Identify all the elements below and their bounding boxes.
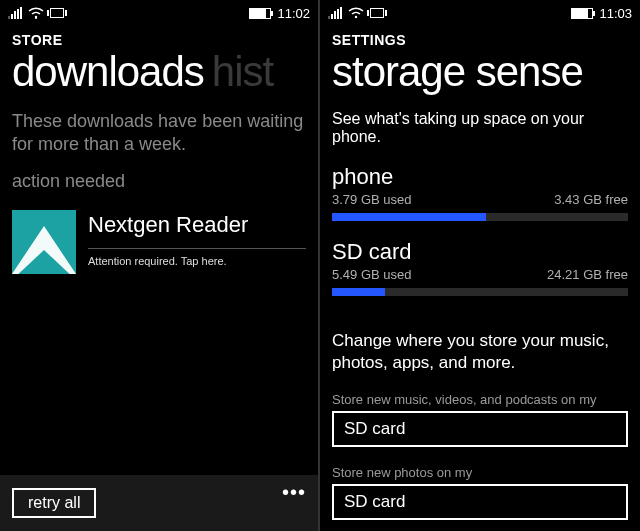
storage-sdcard[interactable]: SD card 5.49 GB used 24.21 GB free <box>332 239 628 296</box>
signal-icon <box>328 7 342 19</box>
app-header: SETTINGS <box>320 26 640 48</box>
app-name: Nextgen Reader <box>88 212 306 238</box>
storage-used: 5.49 GB used <box>332 267 412 282</box>
more-icon[interactable]: ••• <box>282 481 306 504</box>
photos-location-label: Store new photos on my <box>332 465 628 480</box>
storage-bar <box>332 213 628 221</box>
battery-icon <box>249 8 271 19</box>
storage-sense-screen: 11:03 SETTINGS storage sense See what's … <box>320 0 640 531</box>
storage-free: 3.43 GB free <box>554 192 628 207</box>
status-bar: 11:03 <box>320 0 640 26</box>
svg-point-1 <box>355 16 357 18</box>
storage-name: SD card <box>332 239 628 265</box>
photos-location-select[interactable]: SD card <box>332 484 628 520</box>
app-bar: retry all ••• <box>0 475 318 531</box>
app-icon <box>12 210 76 274</box>
app-header: STORE <box>0 26 318 48</box>
vibrate-icon <box>50 8 64 18</box>
page-title: storage sense <box>320 48 640 96</box>
battery-icon <box>571 8 593 19</box>
waiting-message: These downloads have been waiting for mo… <box>12 110 306 155</box>
clock: 11:03 <box>599 6 632 21</box>
tab-downloads[interactable]: downloads <box>12 48 204 95</box>
action-needed-label: action needed <box>12 171 306 192</box>
storage-name: phone <box>332 164 628 190</box>
store-downloads-screen: 11:02 STORE downloadshist These download… <box>0 0 320 531</box>
app-status: Attention required. Tap here. <box>88 255 306 267</box>
storage-phone[interactable]: phone 3.79 GB used 3.43 GB free <box>332 164 628 221</box>
download-item[interactable]: Nextgen Reader Attention required. Tap h… <box>12 210 306 274</box>
retry-all-button[interactable]: retry all <box>12 488 96 518</box>
storage-bar <box>332 288 628 296</box>
wifi-icon <box>348 7 364 19</box>
wifi-icon <box>28 7 44 19</box>
vibrate-icon <box>370 8 384 18</box>
pivot-tabs[interactable]: downloadshist <box>0 48 318 96</box>
tab-history[interactable]: hist <box>212 48 273 95</box>
music-location-label: Store new music, videos, and podcasts on… <box>332 392 628 407</box>
storage-free: 24.21 GB free <box>547 267 628 282</box>
music-location-select[interactable]: SD card <box>332 411 628 447</box>
status-bar: 11:02 <box>0 0 318 26</box>
signal-icon <box>8 7 22 19</box>
clock: 11:02 <box>277 6 310 21</box>
description: See what's taking up space on your phone… <box>332 110 628 146</box>
change-description: Change where you store your music, photo… <box>332 330 628 374</box>
svg-point-0 <box>35 16 37 18</box>
storage-used: 3.79 GB used <box>332 192 412 207</box>
